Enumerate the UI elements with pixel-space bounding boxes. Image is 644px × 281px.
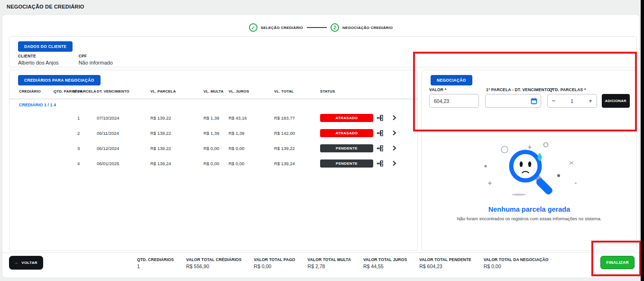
client-data-badge: DADOS DO CLIENTE xyxy=(18,41,73,52)
total-valor-negociacao: VALOR TOTAL DA NEGOCIAÇÃO R$ 0,00 xyxy=(484,257,549,269)
valor-label: VALOR * xyxy=(429,87,486,92)
step-check-icon: ✓ xyxy=(249,23,258,32)
status-badge: ATRASADO xyxy=(320,114,373,122)
total-label: VALOR TOTAL MULTA xyxy=(308,257,351,262)
cell-vl-parcela: R$ 139,24 xyxy=(150,161,203,166)
back-arrow-icon: ← xyxy=(15,261,18,265)
cell-vl-parcela: R$ 139,22 xyxy=(150,115,203,121)
client-label: CLIENTE xyxy=(18,54,59,58)
total-valor-multa: VALOR TOTAL MULTA R$ 2,78 xyxy=(308,257,351,269)
table-row: 2 06/11/2024 R$ 139,22 R$ 1,39 R$ 1,39 R… xyxy=(9,125,417,140)
table-header-divider xyxy=(9,99,417,99)
valor-input[interactable] xyxy=(430,98,478,104)
chevron-right-icon[interactable] xyxy=(390,159,398,167)
main-panel: ✓ SELEÇÃO CREDIÁRIO 2 NEGOCIAÇÃO CREDIÁR… xyxy=(2,14,640,278)
column-header: VL. TOTAL xyxy=(274,89,320,94)
client-cpf-field: CPF Não informado xyxy=(79,54,113,66)
step-negociacao-crediario[interactable]: 2 NEGOCIAÇÃO CREDIÁRIO xyxy=(331,23,393,32)
total-label: VALOR TOTAL JUROS xyxy=(363,257,407,262)
client-name-field: CLIENTE Alberto dos Anjos xyxy=(18,54,59,66)
cell-parcela: 1 xyxy=(73,115,97,121)
quantity-value: 1 xyxy=(570,98,573,104)
step-label: NEGOCIAÇÃO CREDIÁRIO xyxy=(342,26,393,30)
total-label: VALOR TOTAL PAGO xyxy=(254,257,295,262)
total-label: VALOR TOTAL CRÉDIÁRIOS xyxy=(186,257,242,262)
footer-totals: QTD. CREDIÁRIOS 1 VALOR TOTAL CRÉDIÁRIOS… xyxy=(137,257,548,269)
stepper-connector xyxy=(307,27,327,28)
total-value: 1 xyxy=(137,263,174,269)
total-qtd-crediarios: QTD. CREDIÁRIOS 1 xyxy=(137,257,174,269)
total-valor-pago: VALOR TOTAL PAGO R$ 0,00 xyxy=(254,257,295,269)
hierarchy-icon[interactable] xyxy=(376,129,384,137)
table-row: 1 07/10/2024 R$ 139,22 R$ 1,39 R$ 43,16 … xyxy=(9,110,417,125)
step-number-icon: 2 xyxy=(331,23,339,32)
column-header: VL. MULTA xyxy=(203,89,229,94)
total-valor-pendente: VALOR TOTAL PENDENTE R$ 604,23 xyxy=(419,257,471,269)
cell-vl-total: R$ 183,77 xyxy=(274,115,320,121)
crediario-group-row[interactable]: CREDIÁRIO 1 / 1 4 xyxy=(9,103,417,107)
total-valor-crediarios: VALOR TOTAL CRÉDIÁRIOS R$ 556,90 xyxy=(186,257,242,269)
stepper: ✓ SELEÇÃO CREDIÁRIO 2 NEGOCIAÇÃO CREDIÁR… xyxy=(2,23,639,32)
chevron-right-icon[interactable] xyxy=(390,129,398,137)
voltar-button[interactable]: ← VOLTAR xyxy=(9,256,43,270)
total-valor-juros: VALOR TOTAL JUROS R$ 44,55 xyxy=(363,257,407,269)
chevron-right-icon[interactable] xyxy=(390,114,398,122)
cell-vl-juros: R$ 1,39 xyxy=(229,131,274,136)
crediario-group-name: CREDIÁRIO 1 / 1 xyxy=(19,103,54,107)
negotiation-card: NEGOCIAÇÃO VALOR * 1ª PARCELA - DT. VENC… xyxy=(422,70,637,251)
step-selecao-crediario[interactable]: ✓ SELEÇÃO CREDIÁRIO xyxy=(249,23,303,32)
step-label: SELEÇÃO CREDIÁRIO xyxy=(261,26,303,30)
empty-state-subtitle: Não foram encontrados os registros com e… xyxy=(422,216,636,221)
adicionar-button[interactable]: ADICIONAR xyxy=(602,94,630,108)
column-header: CREDIÁRIO xyxy=(19,89,54,94)
empty-state-title: Nenhuma parcela gerada xyxy=(422,206,636,213)
cell-vl-parcela: R$ 139,22 xyxy=(150,146,203,151)
column-header: DT. VENCIMENTO xyxy=(97,89,150,94)
cell-vl-multa: R$ 0,00 xyxy=(203,146,229,151)
primeira-parcela-label: 1ª PARCELA - DT. VENCIMENTO * xyxy=(486,87,549,92)
status-badge: PENDENTE xyxy=(320,144,373,152)
hierarchy-icon[interactable] xyxy=(376,114,384,122)
cell-vencimento: 07/10/2024 xyxy=(97,115,150,121)
cpf-value: Não informado xyxy=(79,60,113,66)
cell-vl-total: R$ 139,24 xyxy=(274,161,320,166)
crediarios-badge: CREDIÁRIOS PARA NEGOCIAÇÃO xyxy=(18,75,101,85)
table-body: 1 07/10/2024 R$ 139,22 R$ 1,39 R$ 43,16 … xyxy=(9,110,417,171)
empty-state: Nenhuma parcela gerada Não foram encontr… xyxy=(422,141,636,221)
total-value: R$ 0,00 xyxy=(254,263,295,269)
negotiation-badge: NEGOCIAÇÃO xyxy=(431,75,472,85)
screen-edge-strip xyxy=(641,0,644,281)
cell-vl-multa: R$ 1,39 xyxy=(203,115,229,121)
total-value: R$ 556,90 xyxy=(186,263,242,269)
table-row: 4 06/01/2025 R$ 139,24 R$ 0,00 R$ 0,00 R… xyxy=(9,156,417,171)
vencimento-date-input[interactable] xyxy=(486,98,531,104)
status-badge: ATRASADO xyxy=(320,129,373,137)
column-header: STATUS xyxy=(320,89,376,94)
cell-vl-total: R$ 142,00 xyxy=(274,131,320,136)
cell-vencimento: 06/11/2024 xyxy=(97,131,150,136)
calendar-icon[interactable] xyxy=(531,97,537,105)
total-label: QTD. CREDIÁRIOS xyxy=(137,257,174,262)
cell-vencimento: 06/01/2025 xyxy=(97,161,150,166)
valor-input-wrapper xyxy=(429,94,479,108)
crediarios-table-card: CREDIÁRIOS PARA NEGOCIAÇÃO CREDIÁRIO QTD… xyxy=(9,70,418,251)
total-value: R$ 44,55 xyxy=(363,263,407,269)
client-data-card: DADOS DO CLIENTE CLIENTE Alberto dos Anj… xyxy=(9,36,637,67)
cell-vl-multa: R$ 0,00 xyxy=(203,161,229,166)
footer-divider xyxy=(2,253,639,253)
hierarchy-icon[interactable] xyxy=(376,144,384,152)
qtd-parcelas-label: QTD. PARCELAS * xyxy=(549,87,586,92)
date-input-wrapper xyxy=(485,94,541,108)
minus-button[interactable]: − xyxy=(552,98,556,104)
finalizar-button[interactable]: FINALIZAR xyxy=(600,256,635,269)
hierarchy-icon[interactable] xyxy=(376,159,384,167)
column-header: VL. JUROS xyxy=(229,89,274,94)
cell-vl-juros: R$ 43,16 xyxy=(229,115,274,121)
total-label: VALOR TOTAL PENDENTE xyxy=(419,257,471,262)
column-header: VL. PARCELA xyxy=(150,89,203,94)
chevron-right-icon[interactable] xyxy=(390,144,398,152)
plus-button[interactable]: + xyxy=(589,98,592,104)
table-header-row: CREDIÁRIO QTD. PARCELA Nº PARCELA DT. VE… xyxy=(9,89,417,94)
cell-parcela: 3 xyxy=(73,146,97,151)
cell-vl-juros: R$ 0,00 xyxy=(229,161,274,166)
